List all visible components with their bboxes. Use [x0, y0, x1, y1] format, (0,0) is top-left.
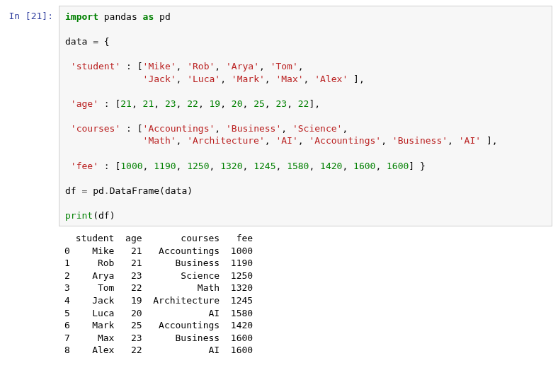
- output-row: 7 Max 23 Business 1600: [64, 333, 253, 343]
- output-header: student age courses fee: [64, 233, 253, 243]
- output-cell: student age courses fee 0 Mike 21 Accoun…: [6, 228, 552, 360]
- input-prompt: In [21]:: [6, 6, 59, 23]
- output-row: 2 Arya 23 Science 1250: [64, 270, 253, 281]
- output-row: 1 Rob 21 Business 1190: [64, 258, 253, 268]
- output-row: 8 Alex 22 AI 1600: [64, 345, 253, 355]
- output-text: student age courses fee 0 Mike 21 Accoun…: [59, 228, 552, 360]
- output-row: 0 Mike 21 Accountings 1000: [64, 246, 253, 256]
- output-row: 5 Luca 20 AI 1580: [64, 308, 253, 318]
- code-input[interactable]: import pandas as pd data = { 'student' :…: [59, 6, 552, 226]
- prompt-close: ]:: [42, 11, 53, 21]
- prompt-number: 21: [31, 11, 42, 21]
- output-row: 3 Tom 22 Math 1320: [64, 282, 253, 293]
- output-row: 6 Mark 25 Accountings 1420: [64, 320, 253, 330]
- prompt-in-label: In [: [8, 11, 30, 21]
- code-cell: In [21]: import pandas as pd data = { 's…: [6, 6, 552, 226]
- output-row: 4 Jack 19 Architecture 1245: [64, 295, 253, 306]
